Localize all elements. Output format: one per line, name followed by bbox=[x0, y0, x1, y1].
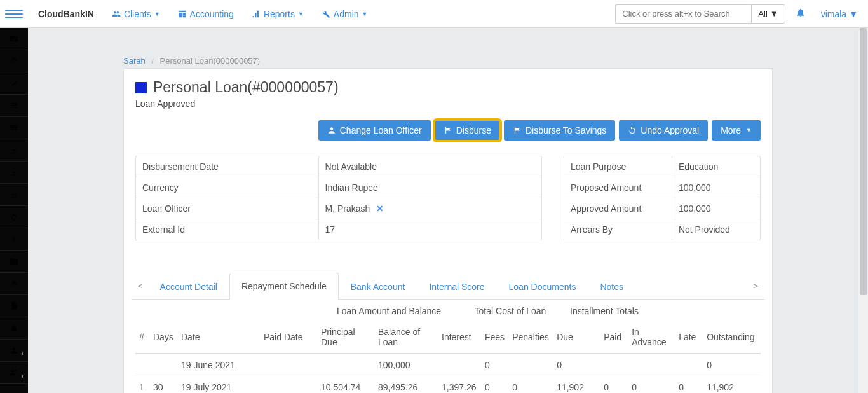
sidebar-folder-icon[interactable] bbox=[0, 251, 28, 273]
cell: 30 bbox=[149, 376, 177, 394]
sidebar-list2-icon[interactable] bbox=[0, 117, 28, 139]
table-row: 1 30 19 July 2021 10,504.74 89,495.26 1,… bbox=[135, 376, 761, 394]
nav-reports[interactable]: Reports ▼ bbox=[243, 3, 313, 25]
detail-label: Disbursement Date bbox=[136, 156, 319, 177]
tabs-scroll-right[interactable]: > bbox=[748, 276, 763, 296]
hamburger-menu[interactable] bbox=[5, 5, 23, 23]
button-label: Change Loan Officer bbox=[340, 125, 422, 135]
col-balance: Balance of Loan bbox=[374, 321, 438, 354]
loan-officer-name: M, Prakash bbox=[325, 203, 370, 214]
group-cost-label: Total Cost of Loan bbox=[459, 306, 561, 316]
brand-logo: CloudBankIN bbox=[29, 9, 103, 19]
table-row: 19 June 2021 100,000 0 0 0 bbox=[135, 354, 761, 376]
table-row: Arrears By Not Provided bbox=[564, 219, 761, 240]
sidebar-user-plus-icon[interactable]: + bbox=[0, 340, 28, 362]
sidebar-refresh-icon[interactable] bbox=[0, 206, 28, 228]
cell: 89,495.26 bbox=[374, 376, 438, 394]
more-button[interactable]: More ▼ bbox=[712, 120, 761, 141]
cell: 0 bbox=[481, 376, 508, 394]
nav-clients[interactable]: Clients ▼ bbox=[103, 3, 169, 25]
disburse-to-savings-button[interactable]: Disburse To Savings bbox=[504, 120, 615, 141]
col-days: Days bbox=[149, 321, 177, 354]
undo-icon bbox=[628, 126, 637, 135]
nav-label: Clients bbox=[124, 9, 151, 19]
sidebar-group-plus-icon[interactable]: + bbox=[0, 362, 28, 384]
wrench-icon bbox=[322, 10, 330, 18]
detail-label: Proposed Amount bbox=[564, 177, 672, 198]
sidebar-download2-icon[interactable] bbox=[0, 162, 28, 184]
detail-label: Loan Purpose bbox=[564, 156, 672, 177]
table-row: Loan Purpose Education bbox=[564, 156, 761, 177]
cell: 0 bbox=[703, 354, 761, 376]
sidebar-check-icon[interactable] bbox=[0, 72, 28, 95]
sidebar-bell-icon[interactable] bbox=[0, 317, 28, 340]
sidebar-download3-icon[interactable] bbox=[0, 184, 28, 206]
button-label: More bbox=[721, 125, 741, 135]
detail-value: 17 bbox=[318, 219, 541, 240]
detail-value: Not Available bbox=[318, 156, 541, 177]
undo-approval-button[interactable]: Undo Approval bbox=[619, 120, 708, 141]
col-paid-date: Paid Date bbox=[260, 321, 317, 354]
cell: 0 bbox=[553, 354, 600, 376]
tab-account-detail[interactable]: Account Detail bbox=[148, 273, 229, 300]
user-name-label: vimala bbox=[821, 9, 846, 19]
detail-value: 100,000 bbox=[672, 177, 760, 198]
cell: 10,504.74 bbox=[317, 376, 374, 394]
flag-icon bbox=[513, 126, 522, 135]
sidebar-sitemap-icon[interactable] bbox=[0, 273, 28, 295]
loan-details-left-table: Disbursement Date Not Available Currency… bbox=[135, 156, 542, 240]
search-input[interactable] bbox=[615, 4, 751, 24]
reports-icon bbox=[252, 10, 261, 18]
user-menu[interactable]: vimala ▼ bbox=[816, 9, 863, 19]
remove-loan-officer-icon[interactable]: ✕ bbox=[376, 203, 384, 214]
sidebar-download1-icon[interactable] bbox=[0, 139, 28, 162]
search-scope-label: All bbox=[758, 9, 767, 18]
cell bbox=[438, 354, 481, 376]
table-header-row: # Days Date Paid Date Principal Due Bala… bbox=[135, 321, 761, 354]
cell: 0 bbox=[628, 376, 675, 394]
table-row: Currency Indian Rupee bbox=[136, 177, 542, 198]
sidebar-document-icon[interactable] bbox=[0, 295, 28, 317]
cell: 0 bbox=[508, 376, 553, 394]
change-loan-officer-button[interactable]: Change Loan Officer bbox=[318, 120, 431, 141]
sidebar-plus-icon[interactable] bbox=[0, 228, 28, 251]
cell bbox=[628, 354, 675, 376]
cell: 1,397.26 bbox=[438, 376, 481, 394]
sidebar-keyboard-icon[interactable] bbox=[0, 28, 28, 50]
tab-notes[interactable]: Notes bbox=[588, 273, 635, 300]
cell bbox=[317, 354, 374, 376]
nav-admin[interactable]: Admin ▼ bbox=[313, 3, 377, 25]
cell: 19 July 2021 bbox=[177, 376, 260, 394]
group-balance-label: Loan Amount and Balance bbox=[329, 306, 449, 316]
tab-bank-account[interactable]: Bank Account bbox=[339, 273, 417, 300]
cell bbox=[135, 354, 149, 376]
tab-loan-documents[interactable]: Loan Documents bbox=[497, 273, 588, 300]
nav-accounting[interactable]: Accounting bbox=[169, 3, 243, 25]
nav-label: Accounting bbox=[190, 9, 234, 19]
tabs-scroll-left[interactable]: < bbox=[133, 276, 148, 296]
notifications-bell-icon[interactable] bbox=[792, 8, 810, 20]
cell bbox=[260, 376, 317, 394]
col-due: Due bbox=[553, 321, 600, 354]
breadcrumb-separator: / bbox=[147, 56, 158, 66]
search-scope-button[interactable]: All ▼ bbox=[751, 4, 785, 24]
sidebar-gauge-icon[interactable] bbox=[0, 50, 28, 72]
detail-label: Loan Officer bbox=[136, 198, 319, 219]
breadcrumb-client-link[interactable]: Sarah bbox=[123, 56, 146, 66]
detail-value: 100,000 bbox=[672, 198, 760, 219]
caret-down-icon: ▼ bbox=[746, 127, 752, 134]
group-totals-label: Installment Totals bbox=[570, 306, 653, 316]
button-label: Disburse bbox=[456, 125, 491, 135]
col-outstanding: Outstanding bbox=[703, 321, 761, 354]
nav-label: Admin bbox=[334, 9, 359, 19]
caret-down-icon: ▼ bbox=[849, 9, 858, 19]
cell bbox=[675, 354, 703, 376]
cell: 11,902 bbox=[703, 376, 761, 394]
disburse-button[interactable]: Disburse bbox=[435, 120, 500, 141]
cell: 11,902 bbox=[553, 376, 600, 394]
detail-label: Approved Amount bbox=[564, 198, 672, 219]
tab-repayment-schedule[interactable]: Repayment Schedule bbox=[229, 273, 339, 300]
tab-internal-score[interactable]: Internal Score bbox=[417, 273, 496, 300]
loan-title: Personal Loan(#000000057) bbox=[153, 79, 339, 96]
sidebar-list1-icon[interactable] bbox=[0, 95, 28, 117]
